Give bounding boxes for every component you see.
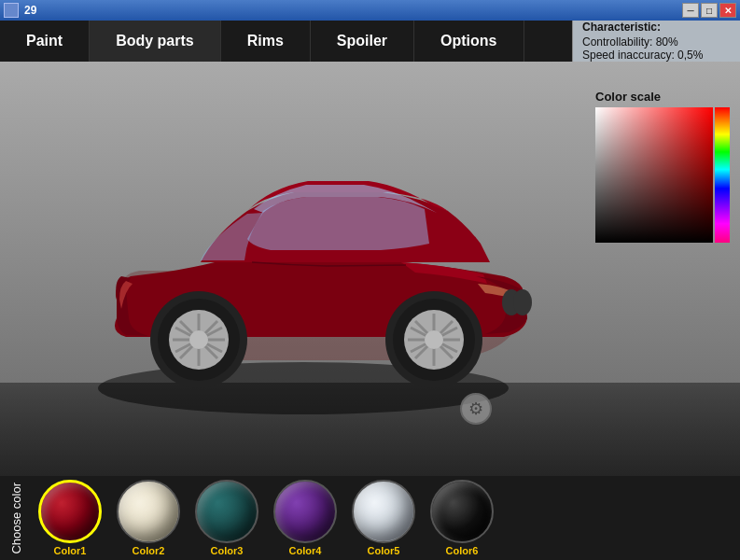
color-scale-box[interactable] (595, 107, 731, 243)
color-ball-6[interactable] (430, 480, 494, 543)
nav-bar: Paint Body parts Rims Spoiler Options Ch… (0, 21, 740, 62)
tab-spoiler[interactable]: Spoiler (311, 21, 414, 62)
color-swatch-3[interactable]: Color3 (195, 480, 258, 556)
car-display (47, 90, 569, 416)
front-hub (425, 330, 443, 349)
color-ball-4[interactable] (273, 480, 337, 543)
rear-hub (189, 330, 208, 349)
color-ball-3[interactable] (195, 480, 258, 543)
gear-button[interactable]: ⚙ (460, 393, 492, 425)
gear-icon: ⚙ (468, 399, 483, 419)
main-area: ⚙ Color scale (0, 62, 740, 476)
title-bar-title: 29 (24, 4, 36, 17)
bottom-panel: Choose color Color1 Color2 Color3 Color4… (0, 476, 740, 560)
color-ball-1[interactable] (38, 480, 102, 543)
characteristic-panel: Characteristic: Controllability: 80% Spe… (572, 21, 740, 62)
color-label-6: Color6 (446, 545, 479, 556)
color-label-5: Color5 (368, 545, 400, 556)
tab-paint[interactable]: Paint (0, 21, 90, 62)
color-swatch-4[interactable]: Color4 (273, 480, 337, 556)
title-bar-icon (4, 3, 19, 18)
car-svg (47, 90, 569, 426)
color-label-1: Color1 (54, 545, 87, 556)
color-swatch-6[interactable]: Color6 (430, 480, 494, 556)
characteristic-title: Characteristic: (582, 21, 731, 34)
color-label-2: Color2 (133, 545, 165, 556)
color-hue-bar[interactable] (715, 107, 730, 243)
color-label-3: Color3 (211, 545, 244, 556)
color-gradient-picker[interactable] (595, 107, 713, 243)
color-ball-2[interactable] (117, 480, 180, 543)
color-label-4: Color4 (289, 545, 322, 556)
title-bar-controls[interactable]: ─ □ ✕ (682, 3, 736, 18)
car-side-window (247, 197, 429, 250)
color-scale-label: Color scale (595, 90, 731, 104)
tab-rims[interactable]: Rims (221, 21, 311, 62)
maximize-button[interactable]: □ (701, 3, 718, 18)
color-swatch-1[interactable]: Color1 (38, 480, 102, 556)
color-ball-5[interactable] (352, 480, 415, 543)
front-grille-right (513, 289, 532, 315)
title-bar: 29 ─ □ ✕ (0, 0, 740, 21)
minimize-button[interactable]: ─ (682, 3, 699, 18)
tab-options[interactable]: Options (414, 21, 524, 62)
color-swatch-5[interactable]: Color5 (352, 480, 415, 556)
color-swatch-2[interactable]: Color2 (117, 480, 180, 556)
choose-color-label: Choose color (9, 483, 23, 554)
close-button[interactable]: ✕ (719, 3, 736, 18)
tab-body-parts[interactable]: Body parts (90, 21, 221, 62)
speed-inaccuracy-text: Speed inaccuracy: 0,5% (582, 49, 731, 62)
color-scale-panel[interactable]: Color scale (595, 90, 731, 243)
title-bar-left: 29 (4, 3, 36, 18)
controllability-text: Controllability: 80% (582, 35, 731, 49)
